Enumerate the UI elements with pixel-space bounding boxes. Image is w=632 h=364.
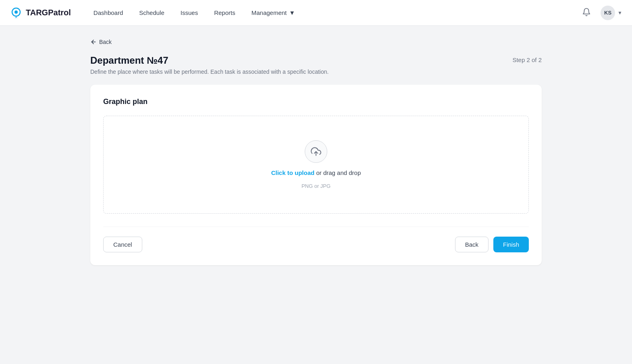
footer-right-buttons: Back Finish	[455, 237, 529, 252]
back-link[interactable]: Back	[90, 39, 542, 45]
main-content: Back Department №47 Define the place whe…	[74, 26, 558, 278]
page-subtitle: Define the place where tasks will be per…	[90, 69, 328, 75]
svg-point-1	[15, 10, 18, 14]
nav-issues[interactable]: Issues	[174, 6, 204, 19]
nav-links: Dashboard Schedule Issues Reports Manage…	[87, 6, 579, 19]
nav-right: KS ▼	[579, 4, 622, 21]
nav-dashboard[interactable]: Dashboard	[87, 6, 129, 19]
navbar: TARGPatrol Dashboard Schedule Issues Rep…	[0, 0, 632, 26]
card-footer: Cancel Back Finish	[103, 227, 529, 252]
nav-reports[interactable]: Reports	[208, 6, 242, 19]
card-title: Graphic plan	[103, 98, 529, 106]
user-chevron-icon: ▼	[617, 10, 622, 16]
notification-button[interactable]	[579, 4, 594, 21]
management-chevron-icon: ▼	[289, 9, 295, 16]
brand-name: TARGPatrol	[26, 8, 71, 17]
upload-or-label: or drag and drop	[314, 169, 361, 176]
back-arrow-icon	[90, 39, 97, 45]
finish-button[interactable]: Finish	[493, 237, 529, 252]
upload-text: Click to upload or drag and drop	[271, 169, 361, 177]
brand-logo-link[interactable]: TARGPatrol	[10, 6, 71, 19]
bell-icon	[582, 8, 591, 17]
back-button[interactable]: Back	[455, 237, 489, 252]
step-indicator: Step 2 of 2	[512, 56, 542, 63]
upload-format-label: PNG or JPG	[301, 183, 331, 189]
page-title-section: Department №47 Define the place where ta…	[90, 55, 328, 75]
upload-area[interactable]: Click to upload or drag and drop PNG or …	[103, 116, 529, 214]
page-header: Department №47 Define the place where ta…	[90, 55, 542, 75]
upload-icon-circle	[305, 140, 327, 163]
brand-logo-icon	[10, 6, 23, 19]
nav-schedule[interactable]: Schedule	[133, 6, 171, 19]
page-title: Department №47	[90, 55, 328, 66]
click-to-upload-label: Click to upload	[271, 169, 315, 176]
upload-cloud-icon	[311, 146, 321, 157]
user-dropdown[interactable]: KS ▼	[601, 6, 622, 20]
nav-management[interactable]: Management ▼	[245, 6, 301, 19]
cancel-button[interactable]: Cancel	[103, 237, 142, 252]
main-card: Graphic plan Click to upload or drag and…	[90, 85, 542, 265]
user-avatar: KS	[601, 6, 615, 20]
